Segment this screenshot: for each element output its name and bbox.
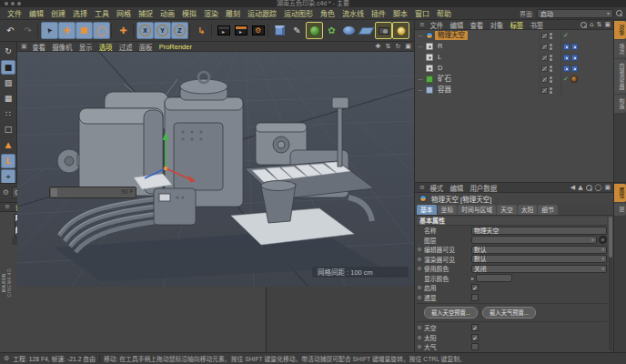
layer-square-icon[interactable] bbox=[541, 76, 548, 83]
menu-item[interactable]: 工具 bbox=[91, 8, 113, 18]
menu-item[interactable]: 插件 bbox=[368, 8, 389, 18]
use-color-select[interactable]: 关闭▾ bbox=[471, 265, 607, 273]
menu-item[interactable]: 文件 bbox=[4, 8, 25, 18]
atmosphere-checkbox[interactable] bbox=[471, 343, 479, 350]
display-color-field[interactable] bbox=[476, 274, 512, 282]
viewport-menu-item[interactable]: 面板 bbox=[136, 42, 156, 52]
viewport-canvas[interactable]: 网格间距 : 100 cm bbox=[17, 52, 414, 287]
menu-item[interactable]: 流水线 bbox=[338, 8, 368, 18]
lock-icon[interactable]: ◯ bbox=[595, 184, 602, 191]
viewport-menu-item[interactable]: 摄像机 bbox=[49, 42, 76, 52]
render-view-button[interactable]: ▸ bbox=[215, 22, 232, 39]
layer-browser-icon[interactable] bbox=[599, 236, 607, 244]
search-icon[interactable] bbox=[586, 185, 592, 191]
add-cube-button[interactable] bbox=[271, 22, 288, 39]
visibility-dots-icon[interactable] bbox=[550, 76, 552, 83]
timeline-playhead[interactable] bbox=[51, 188, 57, 197]
points-mode-button[interactable]: ∷ bbox=[1, 106, 15, 121]
history-back-icon[interactable]: ◀ bbox=[570, 184, 575, 191]
menu-item[interactable]: 模拟 bbox=[178, 8, 200, 18]
visibility-dots-icon[interactable] bbox=[550, 44, 552, 50]
om-menu-item[interactable]: 书签 bbox=[527, 20, 547, 30]
animation-settings-icon[interactable]: ⚙ bbox=[2, 188, 10, 197]
om-menu-item[interactable]: 查看 bbox=[467, 20, 487, 30]
layer-field[interactable]: ▸ bbox=[471, 236, 597, 244]
menu-item[interactable]: 创建 bbox=[47, 8, 69, 18]
menu-item[interactable]: 雕刻 bbox=[222, 8, 244, 18]
interface-select[interactable]: 启动 ▾ bbox=[537, 9, 613, 18]
deformer-button[interactable] bbox=[340, 22, 358, 39]
viewport-menu-item[interactable]: 选项 bbox=[96, 42, 116, 52]
render-settings-button[interactable]: ⚙ bbox=[249, 22, 267, 39]
last-tool-button[interactable]: ✚ bbox=[115, 22, 132, 39]
am-menu-item[interactable]: 模式 bbox=[427, 183, 447, 193]
name-field[interactable]: 物理天空 bbox=[471, 227, 607, 235]
object-row[interactable]: — 容器 bbox=[415, 85, 613, 96]
menu-item[interactable]: 渲染 bbox=[200, 8, 222, 18]
camera-object-button[interactable] bbox=[375, 22, 392, 39]
scale-tool-button[interactable] bbox=[76, 22, 93, 39]
lock-z-axis-button[interactable]: Z bbox=[171, 22, 188, 39]
target-tag-icon[interactable] bbox=[563, 66, 570, 72]
viewport-menu-item[interactable]: ProRender bbox=[156, 43, 195, 51]
menu-item[interactable]: 运动图形 bbox=[280, 8, 317, 18]
burger-icon[interactable]: ≡ bbox=[3, 203, 12, 210]
menu-item[interactable]: 选择 bbox=[69, 8, 91, 18]
visibility-dots-icon[interactable] bbox=[550, 33, 552, 39]
object-row[interactable]: D bbox=[415, 63, 613, 74]
model-mode-button[interactable]: ■ bbox=[1, 60, 15, 75]
visibility-dots-icon[interactable] bbox=[550, 55, 552, 61]
burger-icon[interactable]: ≡ bbox=[418, 21, 427, 28]
coordinate-system-button[interactable]: ↳ bbox=[193, 22, 210, 39]
texture-mode-button[interactable]: ▨ bbox=[1, 76, 15, 90]
search-icon[interactable] bbox=[616, 10, 622, 16]
tab-basic[interactable]: 基本 bbox=[417, 205, 437, 215]
layer-square-icon[interactable] bbox=[541, 33, 548, 39]
light-object-button[interactable] bbox=[392, 22, 409, 39]
sky-checkbox[interactable]: ✓ bbox=[471, 324, 479, 331]
object-row[interactable]: — 矿石 ✓ bbox=[415, 74, 613, 85]
render-visibility-select[interactable]: 默认▾ bbox=[471, 255, 607, 263]
xray-checkbox[interactable] bbox=[471, 294, 479, 301]
undo-button[interactable]: ↶ bbox=[2, 22, 19, 39]
editor-visibility-select[interactable]: 默认▾ bbox=[471, 246, 607, 254]
material-tag-icon[interactable] bbox=[570, 76, 578, 83]
expand-right-icon[interactable]: ▸ bbox=[471, 275, 474, 281]
floor-object-button[interactable] bbox=[358, 22, 375, 39]
am-menu-item[interactable]: 用户数据 bbox=[467, 183, 500, 193]
viewport-menu-item[interactable]: 过滤 bbox=[116, 42, 136, 52]
menu-item[interactable]: 动画 bbox=[156, 8, 178, 18]
object-row[interactable]: — R bbox=[415, 41, 613, 52]
layer-square-icon[interactable] bbox=[541, 66, 548, 72]
menu-item[interactable]: 编辑 bbox=[25, 8, 47, 18]
expand-icon[interactable]: — bbox=[417, 76, 424, 82]
om-menu-item[interactable]: 文件 bbox=[427, 20, 447, 30]
layer-square-icon[interactable] bbox=[541, 87, 548, 94]
redo-button[interactable]: ↷ bbox=[19, 22, 36, 39]
lock-y-axis-button[interactable]: Y bbox=[154, 22, 171, 39]
home-icon[interactable]: ⌂ bbox=[590, 21, 593, 28]
target-tag-icon[interactable] bbox=[571, 44, 578, 50]
live-selection-button[interactable]: ➤ bbox=[41, 22, 58, 39]
timeline-ruler[interactable]: 90 F bbox=[49, 187, 137, 198]
zoom-view-icon[interactable]: ⇅ bbox=[384, 43, 392, 50]
layer-square-icon[interactable] bbox=[541, 44, 548, 50]
tab-time-location[interactable]: 时间与区域 bbox=[458, 205, 496, 215]
menu-item[interactable]: 网格 bbox=[113, 8, 135, 18]
tab-sky[interactable]: 天空 bbox=[497, 205, 517, 215]
subdivision-surface-button[interactable] bbox=[306, 22, 323, 39]
expand-icon[interactable]: — bbox=[417, 87, 424, 93]
polygons-mode-button[interactable]: ▲ bbox=[1, 137, 15, 152]
layer-square-icon[interactable] bbox=[541, 55, 548, 61]
sun-checkbox[interactable]: ✓ bbox=[471, 334, 479, 341]
visibility-dots-icon[interactable] bbox=[550, 87, 552, 94]
burger-icon[interactable]: ≡ bbox=[418, 184, 427, 191]
om-menu-item[interactable]: 编辑 bbox=[447, 20, 467, 30]
load-sky-preset-button[interactable]: 载入天空预置... bbox=[424, 307, 478, 318]
tab-coordinates[interactable]: 坐标 bbox=[438, 205, 458, 215]
target-tag-icon[interactable] bbox=[563, 55, 570, 61]
load-weather-preset-button[interactable]: 载入天气预置... bbox=[482, 307, 536, 318]
tab-takes[interactable]: 场次 bbox=[614, 40, 626, 58]
target-tag-icon[interactable] bbox=[563, 44, 570, 50]
menu-item[interactable]: 脚本 bbox=[389, 8, 411, 18]
